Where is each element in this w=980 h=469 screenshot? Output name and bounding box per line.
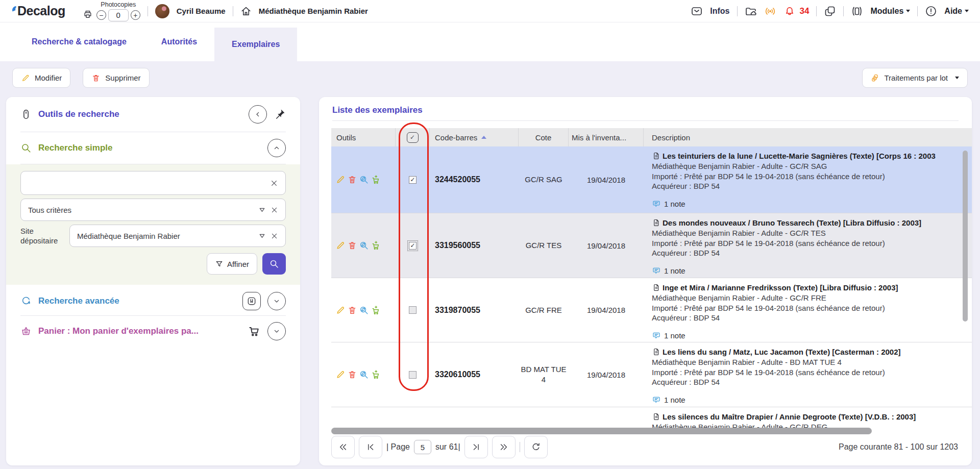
collapse-simple-search-button[interactable] [267,139,286,157]
table-row[interactable]: 3319870055 GC/R FRE 19/04/2018 Inge et M… [331,278,972,342]
acquirer-line: Acquéreur : BDP 54 [652,181,972,191]
edit-icon[interactable] [335,175,346,185]
row-checkbox-checked[interactable]: ✓ [409,242,416,250]
copy-link-icon[interactable] [824,5,836,17]
table-row[interactable]: ✓ 3244520055 GC/R SAG 19/04/2018 Les tei… [331,146,972,213]
document-icon [652,348,660,356]
infos-link[interactable]: Infos [710,7,729,16]
delete-icon[interactable] [347,175,357,185]
horizontal-scrollbar-thumb[interactable] [331,428,872,434]
delete-icon[interactable] [347,240,357,251]
tab-autorites[interactable]: Autorités [144,22,214,61]
notes-link[interactable]: 1 note [652,331,972,340]
folder-cloud-icon[interactable] [745,5,757,17]
aide-menu[interactable]: Aide [944,7,969,16]
traitements-par-lot-button[interactable]: Traitements par lot [862,68,968,88]
cart-icon[interactable] [248,325,261,338]
site-depositaire-select[interactable]: Médiathèque Benjamin Rabier [69,225,286,247]
user-name[interactable]: Cyril Beaume [177,7,226,15]
photocopies-minus-button[interactable]: − [96,10,106,20]
clear-icon[interactable] [271,206,278,214]
delete-icon[interactable] [347,305,357,315]
modifier-button[interactable]: Modifier [12,68,70,88]
pin-icon[interactable] [274,108,286,120]
column-select-all[interactable]: ✓ [396,128,430,146]
imported-line: Importé : Prêté par BDP 54 le 19-04-2018… [652,238,972,249]
search-term-input[interactable] [20,171,286,195]
notification-count[interactable]: 34 [800,6,810,16]
imported-line: Importé : Prêté par BDP 54 le 19-04-2018… [652,171,972,182]
circulation-search-icon[interactable] [359,369,369,380]
mail-icon[interactable] [691,5,703,17]
tab-recherche-catalogage[interactable]: Recherche & catalogage [14,22,144,61]
saved-searches-button[interactable] [242,292,261,310]
notes-link[interactable]: 1 note [652,396,972,405]
tab-exemplaires[interactable]: Exemplaires [214,28,297,61]
filter-drop-icon[interactable] [258,232,266,240]
circulation-search-icon[interactable] [359,240,369,251]
add-to-cart-icon[interactable] [371,175,381,185]
affiner-button[interactable]: Affiner [207,253,257,275]
first-page-button[interactable] [331,436,355,458]
filter-drop-icon[interactable] [258,206,266,214]
clear-icon[interactable] [271,232,278,240]
notice-title[interactable]: Les liens du sang / Matz, Luc Jacamon (T… [663,347,901,357]
criteria-select[interactable]: Tous critères [20,199,286,221]
row-checkbox-unchecked[interactable] [409,306,416,314]
avatar[interactable] [155,4,169,18]
row-checkbox-checked[interactable]: ✓ [409,176,416,184]
previous-page-button[interactable] [359,436,382,458]
add-to-cart-icon[interactable] [371,240,381,251]
search-tools-panel: Outils de recherche Recherche simple Tou… [6,97,300,465]
column-code-barres[interactable]: Code-barres [430,128,519,146]
table-row[interactable]: 3320610055 BD MAT TUE 4 19/04/2018 Les l… [331,342,972,407]
decalog-logo[interactable]: Decalog [11,4,65,18]
refresh-list-button[interactable] [524,436,548,458]
column-description[interactable]: Description [644,128,972,146]
next-page-button[interactable] [464,436,488,458]
notice-title[interactable]: Les silences du Maître Drapier / Annie D… [663,412,916,422]
photocopies-plus-button[interactable]: + [131,10,140,20]
note-icon [652,331,661,340]
add-to-cart-icon[interactable] [371,305,381,315]
expand-panier-button[interactable] [267,322,286,340]
edit-icon[interactable] [335,240,346,251]
circulation-search-icon[interactable] [359,175,369,185]
circulation-search-icon[interactable] [359,305,369,315]
modules-menu[interactable]: Modules [870,7,910,16]
panier-title[interactable]: Panier : Mon panier d'exemplaires pa... [38,326,199,336]
add-to-cart-icon[interactable] [371,369,381,380]
vertical-scrollbar-thumb[interactable] [963,151,968,322]
notes-link[interactable]: 1 note [652,266,972,276]
mouse-icon [20,109,32,120]
notice-title[interactable]: Les teinturiers de la lune / Lucette-Mar… [663,151,936,161]
notice-title[interactable]: Inge et Mira / Marianne Fredriksson (Tex… [663,283,898,293]
collapse-panel-button[interactable] [249,105,267,124]
clear-icon[interactable] [270,179,278,187]
photocopies-label: Photocopies [101,1,136,8]
select-all-checkbox[interactable]: ✓ [407,132,419,143]
tab-label: Exemplaires [232,40,280,49]
site-name[interactable]: Médiathèque Benjamin Rabier [259,7,368,15]
column-outils[interactable]: Outils [331,128,396,146]
launch-search-button[interactable] [262,253,286,275]
advanced-search-title[interactable]: Recherche avancée [38,296,119,306]
pagination-bar: | Page sur 61| Page courante 81 - 100 su… [331,435,960,459]
row-checkbox-unchecked[interactable] [409,371,416,379]
edit-icon[interactable] [335,305,346,315]
column-cote[interactable]: Cote [519,128,569,146]
broadcast-icon[interactable] [764,5,776,17]
last-page-button[interactable] [492,436,516,458]
column-mis-a-inventaire[interactable]: Mis à l'inventa... [569,128,644,146]
photocopies-count-input[interactable] [108,9,129,21]
notes-link[interactable]: 1 note [652,200,972,209]
page-number-input[interactable] [414,440,431,454]
bell-icon[interactable] [783,5,796,17]
edit-icon[interactable] [335,369,346,380]
supprimer-button[interactable]: Supprimer [83,68,149,88]
expand-advanced-search-button[interactable] [267,292,286,310]
table-row[interactable]: ✓ 3319560055 GC/R TES 19/04/2018 Des mon… [331,213,972,278]
description-cell: Les liens du sang / Matz, Luc Jacamon (T… [644,342,972,407]
notice-title[interactable]: Des mondes nouveaux / Bruno Tessarech (T… [663,218,921,228]
delete-icon[interactable] [347,369,357,380]
